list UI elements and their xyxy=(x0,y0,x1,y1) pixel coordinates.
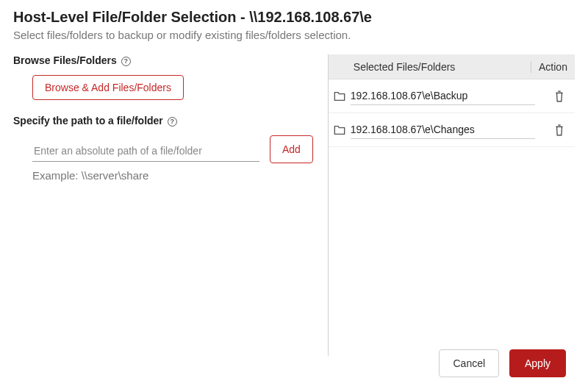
left-column: Browse Files/Folders Browse & Add Files/… xyxy=(13,54,328,356)
table-row: 192.168.108.67\e\Backup xyxy=(329,79,575,113)
table-row: 192.168.108.67\e\Changes xyxy=(329,113,575,147)
table-header: Selected Files/Folders Action xyxy=(329,54,575,79)
browse-label-text: Browse Files/Folders xyxy=(13,54,120,66)
browse-label: Browse Files/Folders xyxy=(13,54,313,66)
help-icon[interactable] xyxy=(168,117,177,126)
folder-icon xyxy=(329,91,351,104)
page-subtitle: Select files/folders to backup or modify… xyxy=(13,29,575,41)
specify-label-text: Specify the path to a file/folder xyxy=(13,115,166,126)
browse-add-button[interactable]: Browse & Add Files/Folders xyxy=(32,75,184,100)
folder-icon xyxy=(329,125,351,138)
col-header-path: Selected Files/Folders xyxy=(329,61,531,73)
row-path: 192.168.108.67\e\Changes xyxy=(351,124,535,139)
add-button[interactable]: Add xyxy=(270,135,313,163)
specify-row: Add xyxy=(13,135,313,162)
help-icon[interactable] xyxy=(121,57,131,66)
col-header-action: Action xyxy=(531,61,575,73)
page-title: Host-Level File/Folder Selection - \\192… xyxy=(13,9,575,26)
delete-icon[interactable] xyxy=(544,90,575,104)
path-input[interactable] xyxy=(32,140,259,162)
cancel-button[interactable]: Cancel xyxy=(439,349,499,377)
footer: Cancel Apply xyxy=(439,349,566,377)
specify-label: Specify the path to a file/folder xyxy=(13,115,313,126)
delete-icon[interactable] xyxy=(544,124,575,138)
right-column: Selected Files/Folders Action 192.168.10… xyxy=(328,54,575,356)
row-path: 192.168.108.67\e\Backup xyxy=(351,90,535,105)
apply-button[interactable]: Apply xyxy=(509,349,566,377)
main-content: Browse Files/Folders Browse & Add Files/… xyxy=(13,54,575,356)
example-text: Example: \\server\share xyxy=(32,169,313,182)
